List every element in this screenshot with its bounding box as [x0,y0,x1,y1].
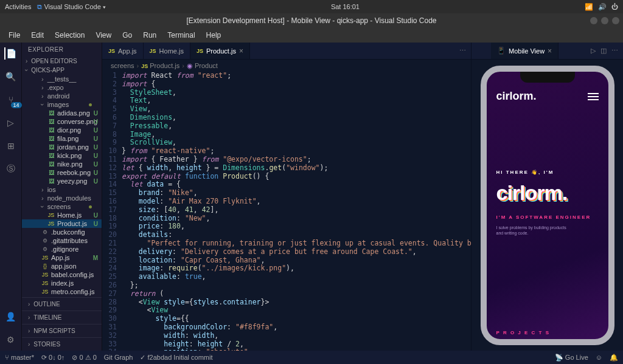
gear-icon[interactable]: ⚙ [5,334,17,346]
topbar-app[interactable]: ⧉ Visual Studio Code ▾ [37,3,105,11]
menubar: FileEditSelectionViewGoRunTerminalHelp [0,28,623,43]
hamburger-icon[interactable] [588,91,599,102]
tree-item-label: kick.png [57,152,82,159]
more-icon[interactable]: ⋯ [459,47,466,55]
menu-go[interactable]: Go [117,30,137,41]
menu-selection[interactable]: Selection [50,30,89,41]
minimize-button[interactable] [590,17,597,24]
tree-item-label: package.json [51,297,91,297]
gitgraph-button[interactable]: Git Graph [104,354,133,361]
volume-icon[interactable]: 🔊 [598,3,607,11]
tree-item[interactable]: android [22,92,102,100]
close-icon[interactable]: × [548,47,552,55]
tree-item[interactable]: ios [22,185,102,194]
phone-greeting: HI THERE 👋, I'M [496,170,599,175]
close-icon[interactable]: × [239,47,243,55]
editor-tabbar: JSApp.jsJSHome.jsJSProduct.js×⋯ [102,43,471,60]
tree-item[interactable]: JSApp.jsM [22,253,102,262]
tree-item[interactable]: 🖼fila.pngU [22,134,102,143]
tree-item[interactable]: ⚙.gitattributes [22,236,102,245]
section-timeline[interactable]: TIMELINE [22,311,102,324]
js-icon: JS [150,48,156,54]
menu-file[interactable]: File [4,30,25,41]
tree-item[interactable]: images [22,100,102,109]
tree-item[interactable]: 🖼adidas.pngU [22,109,102,117]
tree-item[interactable]: {}package.jsonM [22,296,102,297]
breadcrumb-item[interactable]: JS Product.js [141,62,179,69]
more-icon[interactable]: ⋯ [611,47,618,55]
tree-item-label: yeezy.png [57,177,87,185]
activities-button[interactable]: Activities [5,3,31,10]
breadcrumbs[interactable]: screens›JS Product.js›◉ Product [102,60,471,72]
tree-item[interactable]: 🖼yeezy.pngU [22,177,102,185]
file-tree: OPEN EDITORS QICKS-APP __tests__.expoand… [22,57,102,297]
close-window-button[interactable] [612,17,619,24]
tab-app-js[interactable]: JSApp.js [102,43,144,59]
tree-item[interactable]: ⚙.buckconfig [22,228,102,236]
tree-item[interactable]: 🖼nike.pngU [22,160,102,168]
section-stories[interactable]: STORIES [22,337,102,351]
tree-item[interactable]: __tests__ [22,75,102,83]
section-outline[interactable]: OUTLINE [22,297,102,311]
branch-indicator[interactable]: ⑂ master* [5,354,34,361]
root-folder[interactable]: QICKS-APP [22,66,102,75]
menu-edit[interactable]: Edit [26,30,49,41]
network-icon[interactable]: 📶 [585,3,593,11]
tree-item-label: ios [47,186,56,193]
tree-item[interactable]: JSHome.jsU [22,211,102,219]
tree-item-label: .gitattributes [51,237,88,244]
menu-run[interactable]: Run [138,30,161,41]
js-icon: JS [108,48,115,54]
bell-icon[interactable]: 🔔 [610,354,618,362]
story-icon[interactable]: Ⓢ [5,163,17,175]
tab-product-js[interactable]: JSProduct.js× [190,43,250,59]
tree-item[interactable]: JSindex.js [22,279,102,287]
problems-indicator[interactable]: ⊘ 0 ⚠ 0 [72,354,96,362]
clock[interactable]: Sat 16:01 [331,3,360,10]
editor-pane: JSApp.jsJSHome.jsJSProduct.js×⋯ screens›… [102,43,471,351]
activity-bar: 📄 🔍 ⑂ ▷ ⊞ Ⓢ 👤 ⚙ [0,43,22,351]
tree-item[interactable]: 🖼reebok.pngU [22,168,102,177]
explorer-icon[interactable]: 📄 [4,47,16,60]
menu-terminal[interactable]: Terminal [162,30,200,41]
tree-item[interactable]: JSbabel.config.js [22,270,102,279]
maximize-button[interactable] [601,17,608,24]
extensions-icon[interactable]: ⊞ [5,140,17,152]
tree-item[interactable]: .expo [22,83,102,92]
menu-view[interactable]: View [91,30,116,41]
tree-item[interactable]: JSmetro.config.js [22,287,102,296]
search-icon[interactable]: 🔍 [5,70,17,83]
tree-item[interactable]: 🖼jordan.pngU [22,143,102,151]
tree-item[interactable]: 🖼kick.pngU [22,151,102,160]
golive-button[interactable]: 📡 Go Live [555,354,588,362]
power-icon[interactable]: ⏻ [611,3,618,11]
phone-icon: 📱 [497,47,506,55]
tab-home-js[interactable]: JSHome.js [144,43,190,59]
tree-item-label: jordan.png [57,143,89,151]
open-editors-section[interactable]: OPEN EDITORS [22,57,102,66]
section-npm-scripts[interactable]: NPM SCRIPTS [22,324,102,337]
scm-icon[interactable]: ⑂ [5,94,17,106]
debug-icon[interactable]: ▷ [5,117,17,129]
sidebar-title: EXPLORER [22,43,102,57]
tree-item[interactable]: node_modules [22,194,102,202]
account-icon[interactable]: 👤 [5,311,17,323]
tree-item[interactable]: 🖼dior.pngU [22,126,102,134]
feedback-icon[interactable]: ☺ [596,354,602,362]
sync-indicator[interactable]: ⟳ 0↓ 0↑ [41,354,64,362]
menu-help[interactable]: Help [201,30,226,41]
js-icon: JS [197,48,203,54]
tree-item[interactable]: JSProduct.jsU [22,219,102,228]
code-editor[interactable]: 1234567891011121314151617181920212223242… [102,72,471,351]
tree-item[interactable]: ⚙.gitignore [22,245,102,253]
tree-item[interactable]: screens [22,202,102,211]
tree-item[interactable]: {}app.json [22,262,102,270]
breadcrumb-item[interactable]: ◉ Product [187,62,218,70]
run-icon[interactable]: ▷ [591,47,596,55]
tab-mobile-view[interactable]: 📱 Mobile View × [491,43,559,59]
split-icon[interactable]: ◫ [600,47,607,55]
breadcrumb-item[interactable]: screens [111,62,134,69]
commit-indicator[interactable]: ✓ f2abdad Initial commit [140,354,212,362]
tree-item-label: metro.config.js [51,288,95,295]
tree-item[interactable]: 🖼converse.pngU [22,117,102,126]
